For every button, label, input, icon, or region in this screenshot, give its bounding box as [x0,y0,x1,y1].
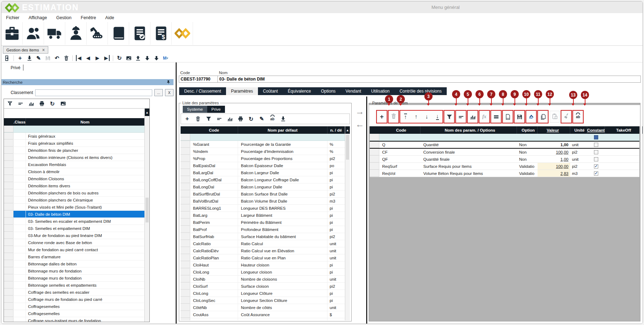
row-header[interactable] [370,163,379,170]
move-left-icon[interactable]: ← [354,118,366,131]
code-field[interactable] [179,76,218,83]
undo-icon[interactable]: ↶ [54,55,60,61]
param-row[interactable]: BalLongCoffDal Balcon Longueur Coffrage … [181,176,345,183]
pin-icon[interactable] [166,80,171,84]
clear-button[interactable]: X [165,89,174,96]
row-header[interactable] [181,261,190,268]
row-header[interactable] [4,175,13,182]
row-header[interactable] [181,240,190,247]
save-icon[interactable] [45,55,51,61]
item-row[interactable]: Coffrage sous-traitant murs de fondation [4,317,144,322]
menu-affichage[interactable]: Affichage [29,15,47,20]
m-dropdown[interactable]: M ▾ [163,55,169,61]
nav-prev-icon[interactable]: ◀ [85,55,91,61]
delete-button[interactable] [389,111,398,123]
row-header[interactable] [181,191,190,197]
tab-gestion-des-items[interactable]: Gestion des items × [3,46,48,54]
param-row[interactable]: CoutMin Coût minimum $ [181,318,345,320]
download-icon[interactable] [144,55,150,61]
param-row[interactable]: BalLargDal Balcon Largeur Dalle pi [181,169,345,176]
tab-equivalence[interactable]: Équivalence [283,87,316,95]
item-row[interactable]: Bétonnage dalles de béton [4,260,144,268]
tree-filter-row[interactable] [4,126,144,133]
report-button[interactable] [503,111,513,123]
scroll-thumb[interactable] [145,198,149,222]
exit-icon[interactable] [4,55,10,61]
constant-checkbox[interactable] [594,143,598,147]
scroll-up-icon[interactable]: ▲ [345,126,350,134]
param-row[interactable]: CloLongSec Longueur Section Clôture pi [181,297,345,304]
row-header[interactable] [181,183,190,190]
cell-valeur[interactable]: 1,00 [538,142,570,148]
item-row[interactable]: 03- Semelles et empattement DIM [4,225,144,232]
browse-button[interactable]: ... [154,89,163,96]
group-rows-icon[interactable] [216,116,222,122]
print-icon[interactable] [237,116,243,122]
row-header[interactable] [4,253,13,260]
tab-coutant[interactable]: Coûtant [258,87,283,95]
param-row[interactable]: BalLongDal Balcon Longueur Dalle pi [181,183,345,191]
print-icon[interactable] [39,101,45,107]
row-header[interactable] [4,154,13,161]
move-right-icon[interactable]: → [354,105,366,118]
nav-next-icon[interactable]: ▶ [94,55,100,61]
item-row[interactable]: Excavation Remblais [4,161,144,168]
row-header[interactable] [181,269,190,275]
row-header[interactable] [181,297,190,304]
col-nom[interactable]: Nom [26,118,144,126]
param-row[interactable]: BalEpaisDal Balcon Épaisseur Dalle po [181,162,345,169]
funnel-button[interactable] [444,111,454,123]
param-row[interactable]: CloLong Longueur Clôture pi [181,290,345,297]
document-cost-button[interactable] [150,22,172,45]
add-icon[interactable]: + [17,55,23,61]
param-row[interactable]: BARRESLong1 Longueur DES BARRES pi [181,205,345,212]
clear-filter-icon[interactable] [7,101,13,107]
col-constant[interactable]: Constant [587,126,605,134]
row-header[interactable] [370,142,379,148]
panel-splitter[interactable] [366,97,367,324]
equal-button[interactable] [491,111,501,123]
refresh-icon[interactable]: ↻ [49,101,55,107]
item-row[interactable]: Barres d'armature [4,253,144,260]
constant-checkbox[interactable]: ✓ [594,171,598,176]
nav-last-icon[interactable]: ▶ [104,55,110,61]
cell-valeur[interactable]: 1,00 [538,156,570,162]
nom-field[interactable] [218,76,641,83]
row-header[interactable] [4,246,13,253]
row-header[interactable] [181,254,190,261]
param-row[interactable]: CalcRatio Ratio Calcul unit [181,240,345,247]
row-header[interactable] [181,205,190,211]
tree-scrollbar[interactable]: ▲ [144,109,149,322]
row-header[interactable] [181,212,190,219]
row-header[interactable] [181,155,190,162]
row-header[interactable] [4,310,13,317]
tab-prive[interactable]: Prive [207,106,225,113]
move-up-button[interactable]: ↑ [411,111,421,123]
row-header[interactable] [4,218,13,225]
param-row[interactable]: %Garant Pourcentage de la Garantie % [181,141,345,148]
item-row[interactable]: Démolition Cloisons [4,175,144,182]
item-row[interactable]: Démolition planchers de Céramique [4,197,144,204]
item-row[interactable]: Bétonnage murs de fondation [4,268,144,275]
item-row[interactable]: Coffrage des semelles en escalier [4,289,144,296]
row-header[interactable] [181,311,190,318]
classement-input[interactable] [35,89,152,96]
chart-icon[interactable] [227,116,233,122]
paste-button[interactable] [550,111,560,123]
close-tab-icon[interactable]: × [42,48,45,53]
row-header[interactable] [4,140,13,147]
add-button[interactable]: + [377,111,387,123]
row-header[interactable] [181,290,190,297]
param-row[interactable]: CôtéNb Nombre de côtés unit [181,304,345,311]
col-n-de[interactable]: n. / dé [327,126,345,134]
edit-icon[interactable]: ✎ [259,116,265,122]
row-header[interactable] [181,276,190,282]
item-row[interactable]: Démolition planchers de bois ou autres [4,189,144,197]
row-header[interactable] [4,239,13,246]
move-down-button[interactable]: ↓ [422,111,432,123]
row-header[interactable] [181,233,190,240]
refresh-icon[interactable]: ↻ [248,116,254,122]
add-icon[interactable]: + [184,116,190,122]
param-row[interactable]: CloiSurf Surface cloison pi2 [181,283,345,290]
item-row-selected[interactable]: 03- Dalle de béton DIM [4,211,144,218]
